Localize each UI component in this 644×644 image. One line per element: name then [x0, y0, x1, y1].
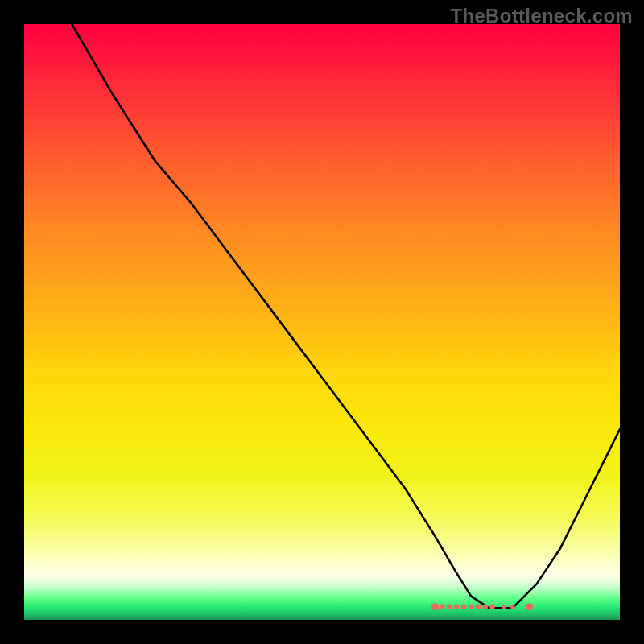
highlight-marker: [454, 605, 459, 609]
chart-svg: [24, 24, 620, 620]
highlight-marker: [469, 605, 473, 609]
highlight-marker: [440, 605, 444, 609]
chart-stage: TheBottleneck.com: [0, 0, 644, 644]
highlight-marker: [476, 605, 481, 609]
plot-area: [24, 24, 620, 620]
highlight-marker: [431, 603, 439, 610]
bottleneck-curve: [72, 24, 620, 608]
highlight-marker: [461, 605, 466, 609]
highlight-marker: [526, 603, 533, 610]
watermark-label: TheBottleneck.com: [451, 5, 633, 27]
highlight-marker: [447, 605, 452, 609]
highlight-marker: [510, 605, 515, 609]
highlight-marker: [483, 605, 488, 609]
highlight-marker: [489, 605, 494, 609]
highlight-marker: [502, 605, 506, 609]
